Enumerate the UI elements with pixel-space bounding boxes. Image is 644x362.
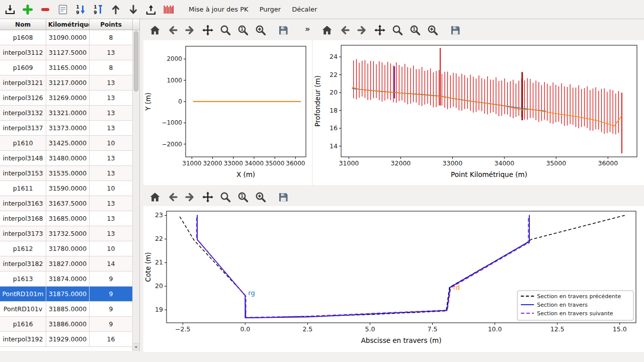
table-row[interactable]: p161131590.000010 [0, 181, 133, 196]
svg-text:Profondeur (m): Profondeur (m) [313, 75, 321, 127]
zoom-button[interactable] [391, 24, 404, 37]
table-row[interactable]: interpol318231827.000014 [0, 256, 133, 272]
home-button[interactable] [148, 24, 162, 37]
table-row[interactable]: interpol312131217.000013 [0, 75, 133, 90]
cell-pk: 31165.0000 [46, 60, 90, 75]
zoom-rect-button[interactable] [254, 24, 267, 37]
export-button[interactable] [144, 3, 158, 17]
table-row[interactable]: p161631886.00009 [0, 317, 133, 332]
forward-button[interactable] [184, 191, 197, 204]
move-down-icon [127, 4, 139, 16]
move-up-button[interactable] [109, 3, 123, 17]
zoom-icon [219, 191, 231, 203]
table-row[interactable]: p161231780.000010 [0, 241, 133, 256]
pan-button[interactable] [373, 24, 386, 37]
cell-pk: 31425.0000 [46, 136, 90, 150]
menu-mise-a-jour-pk[interactable]: Mise à jour des PK [184, 3, 253, 16]
svg-text:Abscisse en travers (m): Abscisse en travers (m) [361, 336, 442, 344]
panel-splitter[interactable] [140, 19, 143, 352]
cross-section-canvas[interactable]: rgrd−2.50.02.55.07.510.012.515.019202122… [143, 206, 644, 352]
table-row[interactable]: p160931165.00008 [0, 60, 133, 75]
svg-text:14: 14 [330, 142, 338, 150]
table-row[interactable]: p161331874.00009 [0, 272, 133, 287]
svg-text:21: 21 [155, 258, 163, 266]
cell-points: 13 [90, 151, 133, 165]
home-button[interactable] [320, 24, 334, 37]
cell-pk: 31874.0000 [46, 272, 90, 286]
table-row[interactable]: interpol316331637.500013 [0, 196, 133, 211]
zoom-rect-button[interactable] [254, 191, 267, 204]
cell-nom: interpol3163 [0, 196, 46, 211]
scroll-down-icon [134, 345, 138, 349]
save-button[interactable] [277, 24, 290, 37]
column-header-pk[interactable]: t Kilométrique [46, 19, 90, 30]
sections-button[interactable] [162, 3, 176, 17]
svg-text:Cote (m): Cote (m) [144, 252, 152, 282]
table-row[interactable]: interpol317331732.500013 [0, 226, 133, 241]
cell-nom: interpol3132 [0, 106, 46, 120]
table-row[interactable]: PontRD101v31885.00009 [0, 302, 133, 317]
table-row[interactable]: interpol319231929.000016 [0, 332, 133, 347]
table-row[interactable]: interpol312631269.000013 [0, 90, 133, 106]
back-button[interactable] [338, 24, 351, 37]
table-row[interactable]: interpol315331535.000013 [0, 166, 133, 181]
cell-nom: p1611 [0, 181, 46, 196]
zoom-button[interactable] [219, 191, 232, 204]
cell-nom: p1616 [0, 317, 46, 331]
scrollbar-down-button[interactable] [133, 343, 139, 351]
home-button[interactable] [148, 191, 162, 204]
table-row[interactable]: interpol311231127.500013 [0, 45, 133, 60]
zoom-one-icon [237, 191, 249, 203]
cell-pk: 31590.0000 [46, 181, 90, 196]
sections-icon [163, 4, 175, 16]
xy-plot-canvas[interactable]: 310003200033000340003500036000−2000−1000… [143, 40, 312, 185]
cell-nom: interpol3126 [0, 90, 46, 105]
save-button[interactable] [449, 24, 462, 37]
svg-text:15.0: 15.0 [613, 325, 627, 333]
back-button[interactable] [166, 24, 179, 37]
svg-text:Section en travers: Section en travers [537, 302, 588, 308]
forward-button[interactable] [356, 24, 369, 37]
pan-button[interactable] [201, 191, 214, 204]
back-button[interactable] [166, 191, 179, 204]
zoom-rect-icon [255, 191, 267, 203]
table-row[interactable]: p160831090.00008 [0, 30, 133, 45]
zoom-button[interactable] [219, 24, 232, 37]
sort-ascending-button[interactable] [73, 3, 88, 17]
cell-nom: PontRD101m [0, 287, 46, 301]
profile-plot-canvas[interactable]: 3100032000330003400035000360001416182022… [313, 40, 644, 185]
table-row[interactable]: interpol314831480.000013 [0, 151, 133, 166]
cell-nom: interpol3173 [0, 226, 46, 241]
column-header-nom[interactable]: Nom [0, 19, 46, 30]
svg-text:−1000: −1000 [162, 119, 182, 126]
table-row[interactable]: PontRD101m31875.00009 [0, 287, 133, 302]
sort-descending-button[interactable] [91, 3, 105, 17]
toolbar-overflow-indicator[interactable]: » [305, 24, 310, 34]
column-header-points[interactable]: Points [90, 19, 133, 30]
cell-points: 13 [90, 196, 133, 211]
import-button[interactable] [3, 3, 17, 17]
menu-decaler[interactable]: Décaler [287, 3, 321, 16]
svg-text:7.5: 7.5 [428, 325, 438, 333]
menu-purger[interactable]: Purger [255, 3, 286, 16]
zoom-rect-button[interactable] [426, 24, 439, 37]
table-row[interactable]: interpol313731373.000013 [0, 121, 133, 136]
table-row[interactable]: interpol313231321.000013 [0, 106, 133, 121]
zoom-one-button[interactable] [409, 24, 422, 37]
add-button[interactable] [21, 3, 35, 17]
form-button[interactable] [56, 3, 70, 17]
svg-text:−2000: −2000 [162, 141, 182, 148]
scrollbar-thumb[interactable] [134, 31, 138, 92]
cell-pk: 31886.0000 [46, 317, 90, 331]
save-button[interactable] [277, 191, 290, 204]
home-icon [321, 24, 333, 36]
table-row[interactable]: interpol316831685.000013 [0, 211, 133, 226]
table-row[interactable]: p161031425.000010 [0, 136, 133, 151]
move-down-button[interactable] [126, 3, 140, 17]
pan-button[interactable] [201, 24, 214, 37]
remove-button[interactable] [38, 3, 52, 17]
zoom-one-button[interactable] [236, 191, 250, 204]
zoom-one-button[interactable] [236, 24, 250, 37]
table-scrollbar[interactable] [132, 30, 139, 351]
forward-button[interactable] [184, 24, 197, 37]
